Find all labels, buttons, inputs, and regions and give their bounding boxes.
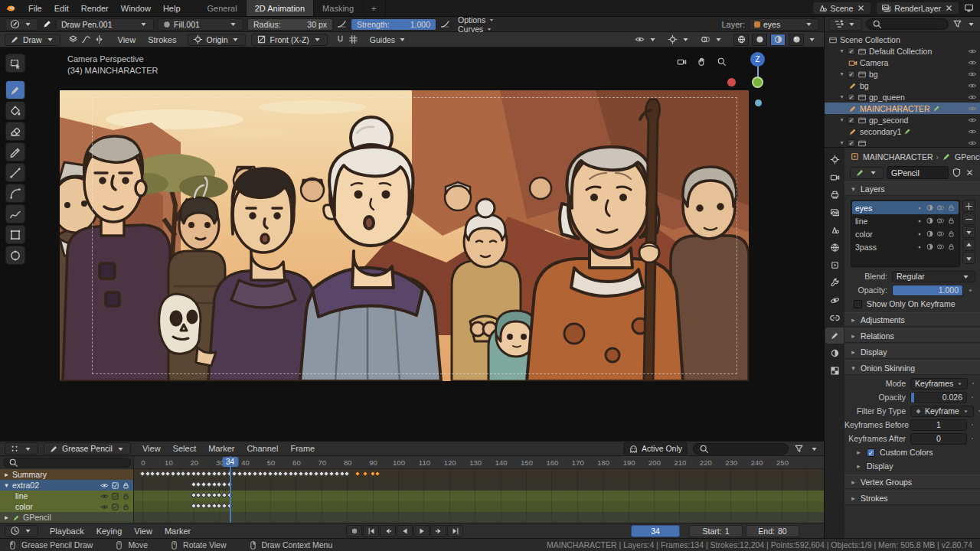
- channel-lock-icon[interactable]: [122, 492, 130, 500]
- animate-decorator-icon[interactable]: [970, 380, 976, 386]
- playback-menu-view[interactable]: View: [128, 527, 158, 536]
- layer-onion-icon[interactable]: [936, 217, 945, 225]
- play-button[interactable]: [413, 525, 430, 537]
- camera-view-icon[interactable]: [677, 57, 687, 67]
- channel-eye-icon[interactable]: [100, 481, 109, 490]
- channel-extra02[interactable]: ▾extra02: [0, 480, 133, 491]
- hide-in-viewport-icon[interactable]: [968, 104, 977, 113]
- strength-slider[interactable]: Strength:1.000: [351, 18, 436, 31]
- mirror-icon[interactable]: [94, 34, 104, 44]
- dopesheet-menu-frame[interactable]: Frame: [284, 444, 321, 453]
- expand-icon[interactable]: ▾: [3, 481, 10, 489]
- tool-box[interactable]: [5, 225, 25, 244]
- material-dropdown[interactable]: Fill.001: [158, 18, 243, 31]
- layer-opacity-slider[interactable]: 1.000: [892, 285, 963, 296]
- outliner-row-scene-collection[interactable]: Scene Collection: [825, 34, 980, 45]
- hide-in-viewport-icon[interactable]: [968, 47, 977, 56]
- editor-type-outliner-button[interactable]: [828, 18, 862, 31]
- play-reverse-button[interactable]: [397, 525, 413, 537]
- collection-checkbox[interactable]: ✓: [848, 116, 855, 124]
- playback-menu-playback[interactable]: Playback: [44, 527, 90, 536]
- panel-adjustments[interactable]: ▸Adjustments: [844, 312, 980, 327]
- chevron-down-icon[interactable]: [966, 19, 976, 29]
- tool-curve[interactable]: [5, 204, 25, 223]
- overlays-icon[interactable]: [701, 34, 710, 44]
- dropdown-mode[interactable]: Keyframes: [910, 378, 968, 390]
- properties-tab-output[interactable]: [825, 187, 844, 203]
- dopesheet-menu-channel[interactable]: Channel: [240, 444, 284, 453]
- radius-slider[interactable]: Radius:30 px: [247, 18, 333, 31]
- properties-tab-tool[interactable]: [825, 152, 844, 168]
- gizmos-icon[interactable]: [668, 34, 678, 44]
- shading-wireframe-button[interactable]: [733, 34, 749, 46]
- panel-relations[interactable]: ▸Relations: [844, 328, 980, 343]
- number-keyframes-after[interactable]: 0: [910, 433, 967, 445]
- properties-tab-render[interactable]: [825, 169, 844, 185]
- unlink-icon[interactable]: [965, 168, 975, 178]
- animate-decorator-icon[interactable]: [969, 394, 975, 400]
- channel-check-icon[interactable]: [111, 492, 119, 500]
- display-settings-icon[interactable]: [964, 3, 974, 13]
- properties-tab-material[interactable]: [825, 345, 844, 361]
- active-layer-dropdown[interactable]: eyes: [749, 18, 819, 31]
- gizmo-y-axis[interactable]: [752, 77, 763, 88]
- gp-layer-row-color[interactable]: color: [852, 227, 959, 240]
- expand-icon[interactable]: ▾: [838, 70, 845, 77]
- gp-layer-row-eyes[interactable]: eyes: [852, 201, 959, 214]
- playhead-frame-label[interactable]: 34: [222, 457, 238, 467]
- current-frame-field[interactable]: 34: [631, 525, 680, 537]
- channel-check-icon[interactable]: [111, 503, 119, 511]
- jump-to-end-button[interactable]: [447, 525, 463, 537]
- orientation-dropdown[interactable]: Origin: [188, 34, 246, 46]
- onion-display-row[interactable]: ▸ Display: [844, 459, 980, 473]
- object-visibility-icon[interactable]: [635, 34, 645, 44]
- falloff-icon[interactable]: [81, 34, 91, 44]
- show-only-checkbox[interactable]: [854, 300, 862, 308]
- layer-channel-dot-icon[interactable]: [916, 230, 923, 238]
- datablock-name-field[interactable]: GPencil: [887, 166, 949, 179]
- dopesheet-menu-view[interactable]: View: [136, 444, 167, 453]
- snap-icon[interactable]: [335, 34, 345, 44]
- shading-material-button[interactable]: [770, 34, 786, 46]
- dopesheet-search-input[interactable]: [712, 444, 782, 453]
- radius-pressure-icon[interactable]: [337, 19, 347, 29]
- properties-tab-constraint[interactable]: [825, 310, 844, 326]
- channel-lock-icon[interactable]: [122, 503, 130, 511]
- editor-type-timeline-button[interactable]: [5, 525, 38, 537]
- properties-tab-object[interactable]: [825, 257, 844, 273]
- tool-line[interactable]: [5, 163, 25, 182]
- outliner-search-input[interactable]: [885, 20, 931, 29]
- tool-arc[interactable]: [5, 184, 25, 203]
- hide-in-viewport-icon[interactable]: [968, 93, 977, 102]
- dopesheet-menu-marker[interactable]: Marker: [202, 444, 240, 453]
- channel-color[interactable]: color: [0, 501, 133, 512]
- outliner-row-gp-queen[interactable]: ▾✓gp_queen: [825, 91, 980, 103]
- layer-channel-dot-icon[interactable]: [916, 204, 923, 212]
- previous-keyframe-button[interactable]: [380, 525, 396, 537]
- jump-to-start-button[interactable]: [363, 525, 379, 537]
- artwork-canvas[interactable]: [60, 90, 749, 381]
- blender-logo-icon[interactable]: [0, 0, 22, 16]
- properties-tab-data[interactable]: [825, 328, 844, 344]
- layer-channel-dot-icon[interactable]: [916, 217, 923, 225]
- slider-opacity[interactable]: 0.026: [910, 392, 967, 403]
- outliner-row-maincharacter[interactable]: MAINCHARACTER: [825, 103, 980, 114]
- scene-selector[interactable]: Scene: [812, 2, 872, 15]
- guides-popover[interactable]: Guides: [366, 34, 411, 44]
- outliner-row-gp-second[interactable]: ▾✓gp_second: [825, 114, 980, 126]
- chevron-down-icon[interactable]: [681, 34, 691, 44]
- channel-gpencil[interactable]: ▸GPencil: [0, 512, 133, 523]
- mode-dropdown[interactable]: Draw: [5, 34, 60, 46]
- outliner-row-secondary1[interactable]: secondary1: [825, 126, 980, 137]
- outliner-row-camera[interactable]: Camera: [825, 57, 980, 68]
- custom-colors-checkbox[interactable]: ✓: [867, 448, 875, 457]
- workspace-tab-general[interactable]: General: [199, 0, 247, 16]
- layer-mask-icon[interactable]: [926, 243, 934, 251]
- brush-dropdown[interactable]: Draw Pen.001: [56, 18, 154, 31]
- collection-checkbox[interactable]: ✓: [848, 47, 855, 55]
- expand-icon[interactable]: ▾: [838, 139, 845, 146]
- multiframe-icon[interactable]: [68, 34, 78, 44]
- start-frame-field[interactable]: Start:1: [689, 525, 743, 537]
- expand-icon[interactable]: ▾: [838, 116, 845, 123]
- workspace-tab-masking[interactable]: Masking: [314, 0, 363, 16]
